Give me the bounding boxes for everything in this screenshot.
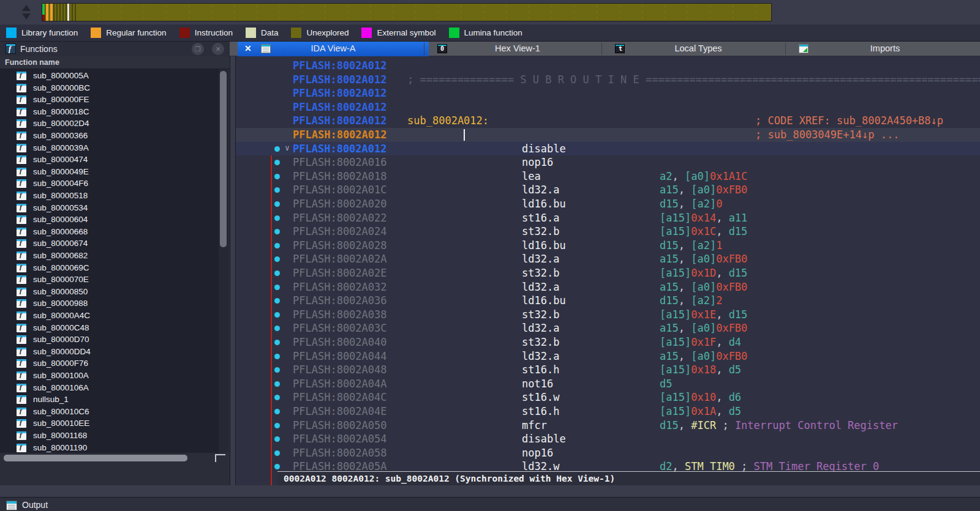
mnemonic: lea [522,170,541,182]
operand-token: 0xFB0 [716,253,747,265]
vertical-scrollbar-thumb[interactable] [220,71,227,247]
operand-token: 0x1E [691,308,716,321]
disasm-line[interactable]: PFLASH:8002A022st16.a[a15]0x14, a11 [236,211,980,225]
instruction-dot-icon [274,354,280,359]
operand-token: d5 [660,378,672,390]
tab-imports[interactable]: Imports [790,42,980,56]
disasm-line[interactable]: PFLASH:8002A016nop16 [236,155,980,170]
close-panel-button[interactable]: ✕ [212,43,224,55]
function-list-item[interactable]: sub_80000C48 [0,323,219,335]
navband-next-button[interactable] [22,13,31,20]
disasm-line[interactable]: PFLASH:8002A012; sub_8003049E+14↓p ... [236,128,980,142]
disasm-line[interactable]: PFLASH:8002A044ld32.aa15, [a0]0xFB0 [236,349,980,364]
function-list-item[interactable]: sub_80000668 [0,226,219,239]
function-list-item[interactable]: sub_8000069C [0,263,219,275]
disasm-line[interactable]: PFLASH:8002A018leaa2, [a0]0x1A1C [236,170,980,184]
navigation-band[interactable] [0,0,980,24]
disasm-line[interactable]: PFLASH:8002A048st16.h[a15]0x18, d5 [236,363,980,377]
function-list-item[interactable]: sub_8000039A [0,143,219,155]
function-icon [17,95,26,104]
horizontal-scrollbar-thumb[interactable] [4,455,187,461]
function-list-item[interactable]: sub_800010EE [0,418,219,430]
disasm-line[interactable]: PFLASH:8002A04Anot16d5 [236,377,980,391]
disasm-line[interactable]: PFLASH:8002A012disable [236,142,980,156]
ida-view-a-disassembly[interactable]: PFLASH:8002A012PFLASH:8002A012; ========… [236,56,980,485]
function-list-item[interactable]: sub_80000DD4 [0,346,219,359]
function-list-item[interactable]: sub_800004F6 [0,178,219,190]
function-list-item[interactable]: sub_8000049E [0,166,219,179]
function-list-item[interactable]: sub_8000070E [0,274,219,286]
disasm-line[interactable]: PFLASH:8002A012 [236,86,980,100]
function-list-item[interactable]: sub_80000518 [0,190,219,203]
disasm-line[interactable]: PFLASH:8002A02Est32.b[a15]0x1D, d15 [236,266,980,280]
function-list-item[interactable]: sub_80000D70 [0,334,219,346]
disassembly-status-bar: 0002A012 8002A012: sub_8002A012 (Synchro… [277,471,980,485]
operand-token: [a15] [660,364,691,376]
function-list-item[interactable]: sub_80000474 [0,154,219,166]
undock-panel-button[interactable]: ❐ [192,43,204,55]
function-list-item[interactable]: sub_80001168 [0,430,219,442]
function-list-item[interactable]: sub_80000F76 [0,358,219,370]
disasm-line[interactable]: PFLASH:8002A038st32.b[a15]0x1E, d15 [236,308,980,322]
function-name: sub_80000A4C [33,311,90,320]
disasm-line[interactable]: PFLASH:8002A04Est16.h[a15]0x1A, d5 [236,405,980,419]
function-list-item[interactable]: sub_80000604 [0,214,219,226]
mnemonic: st32.b [522,336,559,348]
function-list-item[interactable]: sub_80000988 [0,298,219,310]
disasm-line[interactable]: PFLASH:8002A01Cld32.aa15, [a0]0xFB0 [236,183,980,197]
disasm-line[interactable]: PFLASH:8002A012 [236,100,980,114]
function-list-item[interactable]: sub_80000674 [0,238,219,250]
disasm-line[interactable]: PFLASH:8002A058nop16 [236,446,980,460]
disasm-line[interactable]: PFLASH:8002A050mfcrd15, #ICR ; Interrupt… [236,419,980,433]
function-list-item[interactable]: sub_80000682 [0,250,219,263]
output-panel-titlebar[interactable]: Output [0,497,980,511]
function-list-item[interactable]: sub_8000100A [0,370,219,382]
disasm-line[interactable]: PFLASH:8002A02Ald32.aa15, [a0]0xFB0 [236,252,980,266]
disasm-line[interactable]: PFLASH:8002A024st32.b[a15]0x1C, d15 [236,225,980,239]
tab-ida-view-a[interactable]: ✕IDA View-A [238,42,429,56]
disasm-line[interactable]: PFLASH:8002A028ld16.bud15, [a2]1 [236,239,980,253]
disasm-line[interactable]: PFLASH:8002A03Cld32.aa15, [a0]0xFB0 [236,321,980,335]
function-icon [17,324,26,332]
disasm-line[interactable]: PFLASH:8002A036ld16.bud15, [a2]2 [236,294,980,308]
operands: [a15]0x1E, d15 [660,308,747,321]
function-list-item[interactable]: sub_8000005A [0,70,219,83]
function-list-item[interactable]: sub_800000BC [0,83,219,95]
panel-splitter[interactable] [230,56,236,485]
disasm-line[interactable]: PFLASH:8002A012 [236,59,980,73]
function-list-item[interactable]: sub_800002D4 [0,118,219,130]
function-list-item[interactable]: sub_800000FE [0,94,219,106]
tab-label: Imports [790,43,980,53]
disasm-line[interactable]: PFLASH:8002A054disable [236,432,980,446]
operand-token: a15 [660,281,679,293]
disasm-line[interactable]: PFLASH:8002A012sub_8002A012:; CODE XREF:… [236,114,980,128]
disasm-line[interactable]: PFLASH:8002A04Cst16.w[a15]0x10, d6 [236,390,980,405]
function-name: sub_800010C6 [33,407,89,416]
disasm-line[interactable]: PFLASH:8002A040st32.b[a15]0x1F, d4 [236,335,980,349]
disasm-line[interactable]: PFLASH:8002A020ld16.bud15, [a2]0 [236,197,980,211]
function-list-item[interactable]: sub_8000018C [0,106,219,119]
tab-hex-view-1[interactable]: Hex View-1 [429,42,606,56]
function-list-item[interactable]: nullsub_1 [0,394,219,406]
functions-horizontal-scrollbar[interactable] [0,453,230,463]
tab-local-types[interactable]: Local Types [606,42,790,56]
legend-swatch [361,28,372,38]
disasm-line[interactable]: PFLASH:8002A012; =============== S U B R… [236,73,980,87]
legend-item: Library function [6,28,78,38]
address-space-band[interactable] [42,3,772,21]
output-icon [6,501,17,510]
function-list-item[interactable]: sub_80000366 [0,130,219,143]
function-list-item[interactable]: sub_800010C6 [0,406,219,419]
function-list-item[interactable]: sub_80000850 [0,286,219,299]
navband-prev-button[interactable] [22,5,31,11]
address: PFLASH:8002A058 [293,447,387,459]
function-name-column-header[interactable]: Function name [0,56,230,69]
function-list-item[interactable]: sub_80000A4C [0,310,219,323]
function-list-item[interactable]: sub_8000106A [0,382,219,395]
functions-vertical-scrollbar[interactable] [219,69,228,453]
disasm-line[interactable]: PFLASH:8002A032ld32.aa15, [a0]0xFB0 [236,280,980,294]
function-list-item[interactable]: sub_80001190 [0,442,219,453]
collapse-chevron-icon[interactable] [285,143,290,152]
function-list-item[interactable]: sub_80000534 [0,203,219,215]
tab-label: IDA View-A [238,43,429,53]
